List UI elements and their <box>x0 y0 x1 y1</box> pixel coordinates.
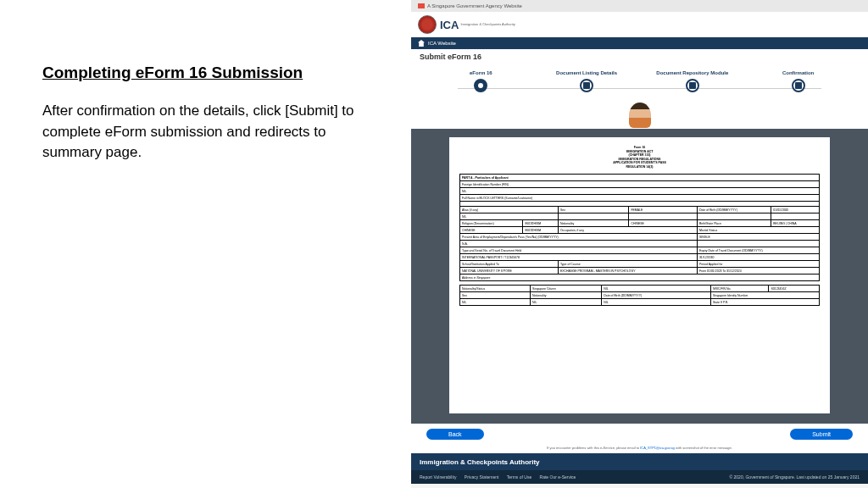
ica-emblem-icon <box>418 15 437 34</box>
assistant-avatar-icon[interactable] <box>629 103 651 128</box>
home-icon[interactable] <box>418 40 425 47</box>
back-button[interactable]: Back <box>426 429 484 440</box>
step-circle-icon <box>686 79 699 92</box>
instruction-title: Completing eForm 16 Submission <box>42 64 373 82</box>
page-title: Submit eForm 16 <box>411 49 868 64</box>
logo-subtext: Immigration & Checkpoints Authority <box>460 23 515 26</box>
step-doc-listing: Document Listing Details <box>548 70 625 92</box>
avatar-row <box>411 98 868 129</box>
footer-copyright: © 2020, Government of Singapore. Last up… <box>729 474 860 480</box>
step-doc-repo: Document Repository Module <box>654 70 731 92</box>
instruction-panel: Completing eForm 16 Submission After con… <box>0 0 411 488</box>
instruction-body: After confirmation on the details, click… <box>42 101 373 164</box>
app-screenshot: A Singapore Government Agency Website IC… <box>411 0 868 488</box>
footer-links-bar: Report Vulnerability Privacy Statement T… <box>411 470 868 484</box>
button-row: Back Submit <box>411 424 868 444</box>
nav-bar[interactable]: ICA Website <box>411 37 868 49</box>
form-table-part-a: PART A - Particulars of Applicant Foreig… <box>459 174 820 281</box>
step-circle-icon <box>474 79 487 92</box>
logo-text: ICA <box>440 19 459 31</box>
footer-link[interactable]: Privacy Statement <box>465 474 499 480</box>
step-eform16: eForm 16 <box>442 70 519 92</box>
form-page: Form 16 IMMIGRATION ACT (CHAPTER 133) IM… <box>449 137 830 413</box>
form-viewport[interactable]: Form 16 IMMIGRATION ACT (CHAPTER 133) IM… <box>411 129 868 424</box>
form-table-2: Nationality/StatusSingapore CitizenNILNR… <box>459 285 820 306</box>
gov-banner: A Singapore Government Agency Website <box>411 0 868 12</box>
nav-link[interactable]: ICA Website <box>428 41 456 46</box>
step-circle-icon <box>792 79 805 92</box>
logo-bar: ICA Immigration & Checkpoints Authority <box>411 12 868 37</box>
footer-org: Immigration & Checkpoints Authority <box>411 453 868 470</box>
help-note: If you encounter problems with this e-Se… <box>411 444 868 453</box>
footer-link[interactable]: Terms of Use <box>507 474 531 480</box>
footer-link[interactable]: Report Vulnerability <box>420 474 456 480</box>
step-confirmation: Confirmation <box>760 70 837 92</box>
form-header: Form 16 IMMIGRATION ACT (CHAPTER 133) IM… <box>459 146 820 169</box>
progress-stepper: eForm 16 Document Listing Details Docume… <box>411 64 868 98</box>
footer-link[interactable]: Rate Our e-Service <box>540 474 576 480</box>
step-circle-icon <box>580 79 593 92</box>
help-email-link[interactable]: ICA_STP1@ica.gov.sg <box>640 446 675 450</box>
submit-button[interactable]: Submit <box>790 429 853 440</box>
